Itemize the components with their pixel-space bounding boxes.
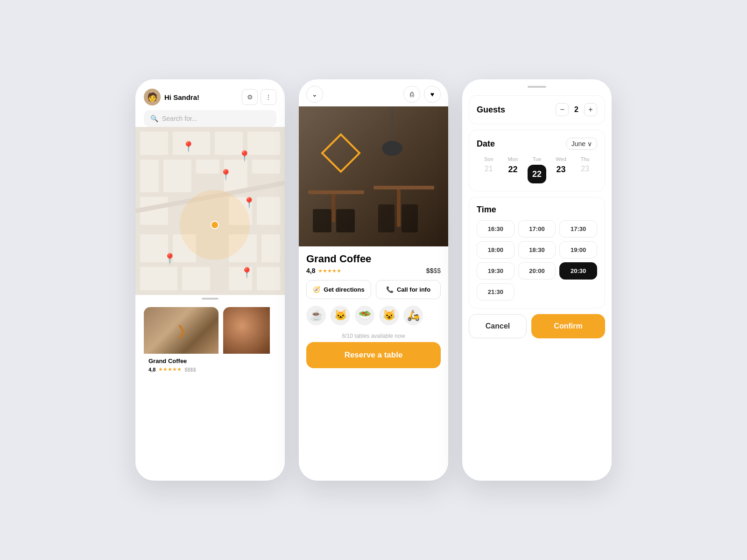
time-1830[interactable]: 18:30 <box>518 241 556 259</box>
cal-label-3: Wed <box>556 156 566 162</box>
restaurant-hero <box>299 106 448 246</box>
venue-meta-1: 4,8 ★★★★★ $$$$ <box>148 366 214 372</box>
cal-label-4: Thu <box>581 156 590 162</box>
svg-rect-7 <box>196 160 219 174</box>
call-button[interactable]: 📞 Call for info <box>376 280 441 299</box>
cal-day-1[interactable]: Mon 22 <box>501 156 525 183</box>
time-1700[interactable]: 17:00 <box>518 220 556 238</box>
cal-label-1: Mon <box>508 156 518 162</box>
topbar-actions: ⎙ ♥ <box>403 86 441 103</box>
price: $$$$ <box>184 367 196 372</box>
svg-rect-4 <box>247 132 280 155</box>
venue-card-2[interactable] <box>223 307 285 376</box>
guests-header: Guests − 2 + <box>477 103 597 116</box>
guests-increase[interactable]: + <box>584 103 597 116</box>
venue-image-1 <box>144 307 218 354</box>
cal-day-0[interactable]: Son 21 <box>477 156 501 183</box>
cal-day-2[interactable]: Tue 22 <box>525 156 549 183</box>
back-button[interactable]: ⌄ <box>306 86 323 103</box>
chevron-down-icon: ∨ <box>587 140 592 147</box>
rating-number: 4,8 <box>306 267 315 274</box>
emoji-3: 😺 <box>379 306 399 325</box>
time-1800[interactable]: 18:00 <box>477 241 514 259</box>
favorite-button[interactable]: ♥ <box>424 86 441 103</box>
cal-num-3: 23 <box>557 165 566 175</box>
directions-button[interactable]: 🧭 Get directions <box>306 280 371 299</box>
cancel-button[interactable]: Cancel <box>469 314 527 338</box>
cal-day-4[interactable]: Thu 23 <box>573 156 597 183</box>
availability-text: 6/10 tables available now <box>299 333 448 342</box>
search-icon: 🔍 <box>150 115 158 122</box>
venue-info-1: Grand Coffee 4,8 ★★★★★ $$$$ <box>144 354 218 376</box>
svg-rect-9 <box>252 160 280 174</box>
venue-name-1: Grand Coffee <box>148 357 214 364</box>
svg-rect-17 <box>140 267 177 290</box>
map-pin-4: 📍 <box>163 253 176 265</box>
time-2130[interactable]: 21:30 <box>477 283 514 301</box>
more-icon[interactable]: ⋮ <box>261 89 276 105</box>
confirm-button[interactable]: Confirm <box>531 314 605 338</box>
time-slots: 16:30 17:00 17:30 18:00 18:30 19:00 19:3… <box>477 220 597 301</box>
svg-rect-16 <box>261 234 280 262</box>
phone-map: 🧑 Hi Sandra! ⚙ ⋮ 🔍 Search for... <box>135 79 285 481</box>
time-label: Time <box>477 205 496 215</box>
search-placeholder: Search for... <box>162 115 197 122</box>
svg-rect-34 <box>378 204 395 232</box>
filter-icon[interactable]: ⚙ <box>242 89 258 105</box>
rating-value: 4,8 <box>148 367 155 372</box>
detail-topbar: ⌄ ⎙ ♥ <box>299 79 448 106</box>
venue-card-1[interactable]: Grand Coffee 4,8 ★★★★★ $$$$ <box>144 307 218 376</box>
map-view: 📍 📍 📍 📍 📍 📍 <box>135 127 285 295</box>
svg-rect-1 <box>140 132 168 155</box>
guests-decrease[interactable]: − <box>556 103 569 116</box>
date-label: Date <box>477 139 495 149</box>
reserve-button[interactable]: Reserve a table <box>306 342 441 368</box>
svg-rect-35 <box>402 204 418 232</box>
time-1930[interactable]: 19:30 <box>477 262 514 280</box>
cal-label-0: Son <box>484 156 493 162</box>
map-pin-3: 📍 <box>219 169 232 181</box>
svg-rect-12 <box>257 197 280 225</box>
reservation-footer: Cancel Confirm <box>462 314 612 348</box>
svg-rect-30 <box>374 186 434 189</box>
svg-rect-31 <box>397 189 401 227</box>
venue-image-2 <box>223 307 270 354</box>
svg-rect-20 <box>257 267 280 290</box>
venue-cards: Grand Coffee 4,8 ★★★★★ $$$$ <box>135 302 285 381</box>
date-header: Date June ∨ <box>477 138 597 150</box>
greeting: Hi Sandra! <box>164 93 239 101</box>
svg-point-27 <box>382 141 402 156</box>
phone-reservation: Guests − 2 + Date June ∨ Son 21 Mon 22 <box>462 79 612 481</box>
month-selector[interactable]: June ∨ <box>566 138 597 150</box>
rating-row: 4,8 ★★★★★ <box>306 267 341 274</box>
svg-rect-28 <box>308 190 364 194</box>
avatar: 🧑 <box>144 89 161 105</box>
time-1730[interactable]: 17:30 <box>559 220 597 238</box>
call-label: Call for info <box>397 286 430 293</box>
calendar-row: Son 21 Mon 22 Tue 22 Wed 23 Thu 23 <box>477 156 597 183</box>
month-value: June <box>571 140 585 147</box>
phone-detail: ⌄ ⎙ ♥ <box>299 79 448 481</box>
time-1900[interactable]: 19:00 <box>559 241 597 259</box>
emoji-4: 🛵 <box>403 306 423 325</box>
share-button[interactable]: ⎙ <box>403 86 420 103</box>
cal-label-2: Tue <box>533 156 542 162</box>
guests-controls: − 2 + <box>556 103 597 116</box>
search-bar[interactable]: 🔍 Search for... <box>144 110 276 127</box>
restaurant-meta: 4,8 ★★★★★ $$$$ <box>299 267 448 280</box>
time-section: Time 16:30 17:00 17:30 18:00 18:30 19:00… <box>469 197 605 308</box>
emoji-1: 🐱 <box>331 306 350 325</box>
map-pin-5: 📍 <box>240 267 253 279</box>
time-header: Time <box>477 205 597 215</box>
svg-rect-33 <box>336 209 355 232</box>
time-1630[interactable]: 16:30 <box>477 220 514 238</box>
time-2000[interactable]: 20:00 <box>518 262 556 280</box>
cal-day-3[interactable]: Wed 23 <box>549 156 573 183</box>
guests-count: 2 <box>574 105 578 114</box>
stars: ★★★★★ <box>158 366 182 372</box>
price-dark: $$ <box>426 267 434 274</box>
cal-num-4: 23 <box>581 165 589 173</box>
header: 🧑 Hi Sandra! ⚙ ⋮ <box>135 79 285 110</box>
price-light: $$ <box>433 267 441 274</box>
time-2030[interactable]: 20:30 <box>559 262 597 280</box>
